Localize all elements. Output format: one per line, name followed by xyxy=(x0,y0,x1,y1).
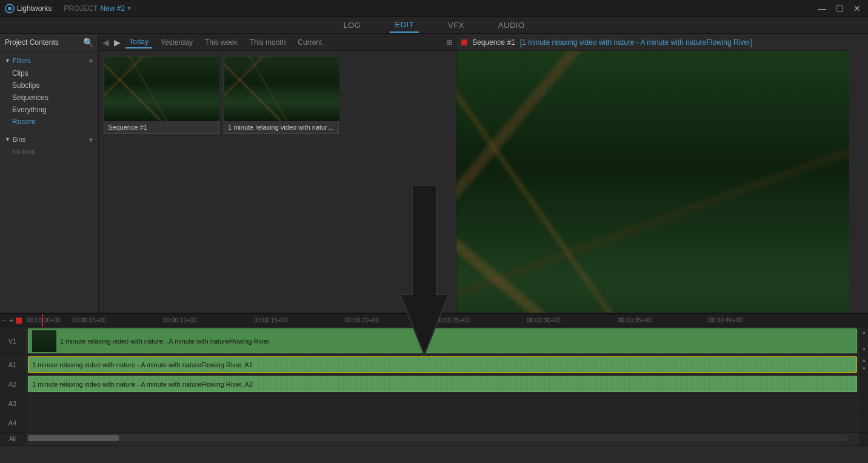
bins-header[interactable]: ▼ Bins + xyxy=(0,133,98,146)
project-name[interactable]: New #2 xyxy=(100,4,125,13)
track-a2-scrollbar xyxy=(860,375,868,393)
tab-yesterday[interactable]: Yesterday xyxy=(157,37,196,48)
tl-mark-4: 00:00:20+00 xyxy=(345,317,436,324)
track-a4-scrollbar xyxy=(860,413,868,432)
tl-mark-7: 00:00:35+00 xyxy=(618,317,709,324)
tl-mark-0: 00:00:00+00 xyxy=(27,317,72,324)
filters-label: Filters xyxy=(13,57,31,64)
bins-arrow: ▼ xyxy=(5,136,10,142)
track-a2-label: A2 xyxy=(0,375,25,393)
audio-clip-a1[interactable]: 1 minute relaxing video with nature - A … xyxy=(28,356,857,373)
tab-this-month[interactable]: This month xyxy=(246,37,289,48)
sidebar-search-button[interactable]: 🔍 xyxy=(83,38,93,47)
playhead-indicator xyxy=(16,318,22,324)
project-label: PROJECT xyxy=(64,4,98,13)
track-a4-content[interactable] xyxy=(25,413,860,432)
bins-add-button[interactable]: + xyxy=(88,135,93,144)
track-a3: A3 xyxy=(0,394,868,413)
app-icon xyxy=(5,4,15,13)
tab-vfx[interactable]: VFX xyxy=(443,18,469,32)
zoom-out-button[interactable]: − xyxy=(2,316,7,325)
filters-section: ▼ Filters + Clips Subclips Sequences Eve… xyxy=(0,52,98,130)
track-v1-scrollbar: ▲ ▼ xyxy=(860,327,868,355)
thumbnail-image-2 xyxy=(224,56,339,121)
timeline-tracks: V1 1 minute relaxing video with nature -… xyxy=(0,327,868,463)
tab-current[interactable]: Current xyxy=(294,37,326,48)
tab-audio[interactable]: AUDIO xyxy=(493,18,530,32)
maximize-button[interactable]: ☐ xyxy=(833,4,846,13)
track-a1-scrollbar: ▲ ▼ xyxy=(860,355,868,374)
track-a1-label: A1 xyxy=(0,355,25,374)
zoom-in-button[interactable]: + xyxy=(9,316,13,325)
scroll-down-a1[interactable]: ▼ xyxy=(862,366,867,371)
track-a1-content[interactable]: 1 minute relaxing video with nature - A … xyxy=(25,355,860,374)
track-a4: A4 xyxy=(0,413,868,433)
track-v1-label: V1 xyxy=(0,327,25,355)
scroll-up-a1[interactable]: ▲ xyxy=(862,358,867,363)
filters-header[interactable]: ▼ Filters + xyxy=(0,54,98,67)
minimize-button[interactable]: — xyxy=(815,4,829,13)
clip-label-v1: 1 minute relaxing video with nature - A … xyxy=(60,338,269,345)
track-a2: A2 1 minute relaxing video with nature -… xyxy=(0,375,868,394)
tl-mark-3: 00:00:15+00 xyxy=(254,317,345,324)
video-clip-v1[interactable]: 1 minute relaxing video with nature - A … xyxy=(28,328,857,353)
titlebar: Lightworks PROJECT New #2 ▼ — ☐ ✕ xyxy=(0,0,868,17)
sidebar-item-clips[interactable]: Clips xyxy=(0,67,98,79)
main-area: Project Contents 🔍 ▼ Filters + Clips Sub… xyxy=(0,34,868,463)
thumbnail-image xyxy=(104,56,219,121)
scroll-up-v1[interactable]: ▲ xyxy=(862,330,867,335)
timeline-playhead xyxy=(42,314,43,327)
clip-thumb-v1 xyxy=(32,330,56,352)
tl-mark-2: 00:00:10+00 xyxy=(163,317,254,324)
track-a4-label: A4 xyxy=(0,413,25,432)
track-a1: A1 1 minute relaxing video with nature -… xyxy=(0,355,868,375)
close-button[interactable]: ✕ xyxy=(851,4,863,13)
nav-back-button[interactable]: ◀ xyxy=(102,38,109,47)
sidebar-header: Project Contents 🔍 xyxy=(0,34,98,52)
svg-point-1 xyxy=(8,7,12,10)
track-v1: V1 1 minute relaxing video with nature -… xyxy=(0,327,868,355)
audio-waveform-a1 xyxy=(28,357,856,372)
audio-waveform-a2 xyxy=(28,376,856,391)
expand-button[interactable]: ⊞ xyxy=(446,38,452,47)
preview-header: Sequence #1 [1 minute relaxing video wit… xyxy=(456,34,849,51)
sidebar-item-recent[interactable]: Recent xyxy=(0,116,98,128)
scroll-down-v1[interactable]: ▼ xyxy=(862,347,867,352)
content-toolbar: ◀ ▶ Today Yesterday This week This month… xyxy=(99,34,456,51)
track-all-scrollbar[interactable] xyxy=(25,433,860,445)
filters-add-button[interactable]: + xyxy=(88,56,93,65)
track-all: All xyxy=(0,433,868,446)
timeline: − + 00:00:00+00 00:00:05+00 00:00:10+00 … xyxy=(0,313,868,463)
track-all-label: All xyxy=(0,433,25,445)
media-card-sequence1[interactable]: Sequence #1 xyxy=(104,56,219,134)
sidebar-item-subclips[interactable]: Subclips xyxy=(0,79,98,92)
window-controls: — ☐ ✕ xyxy=(815,4,863,13)
track-v1-content[interactable]: 1 minute relaxing video with nature - A … xyxy=(25,327,860,355)
media-label-sequence1: Sequence #1 xyxy=(104,121,218,133)
timeline-ruler-marks: 00:00:00+00 00:00:05+00 00:00:10+00 00:0… xyxy=(27,317,866,324)
audio-clip-a2[interactable]: 1 minute relaxing video with nature - A … xyxy=(28,376,857,392)
tab-edit[interactable]: EDIT xyxy=(390,18,419,33)
tab-log[interactable]: LOG xyxy=(338,18,366,32)
tab-today[interactable]: Today xyxy=(125,36,152,48)
media-thumb-sequence1 xyxy=(104,56,219,121)
sidebar-item-everything[interactable]: Everything xyxy=(0,104,98,116)
preview-title: [1 minute relaxing video with nature - A… xyxy=(520,38,753,47)
bins-section: ▼ Bins + No bins xyxy=(0,130,98,159)
tab-this-week[interactable]: This week xyxy=(201,37,241,48)
track-a3-scrollbar xyxy=(860,394,868,413)
track-a2-content[interactable]: 1 minute relaxing video with nature - A … xyxy=(25,375,860,393)
tl-mark-8: 00:00:40+00 xyxy=(709,317,800,324)
track-scroll-all xyxy=(860,433,868,445)
track-a3-content[interactable] xyxy=(25,394,860,413)
media-card-video1[interactable]: 1 minute relaxing video with nature - A … xyxy=(224,56,339,134)
nav-forward-button[interactable]: ▶ xyxy=(114,38,121,47)
app-name: Lightworks xyxy=(5,4,52,13)
media-thumb-video1 xyxy=(224,56,339,121)
no-bins-label: No bins xyxy=(0,146,98,157)
nav-tabs: LOG EDIT VFX AUDIO xyxy=(0,17,868,34)
sidebar-title: Project Contents xyxy=(5,38,83,47)
sidebar-item-sequences[interactable]: Sequences xyxy=(0,92,98,104)
filters-arrow: ▼ xyxy=(5,58,10,64)
track-a3-label: A3 xyxy=(0,394,25,413)
